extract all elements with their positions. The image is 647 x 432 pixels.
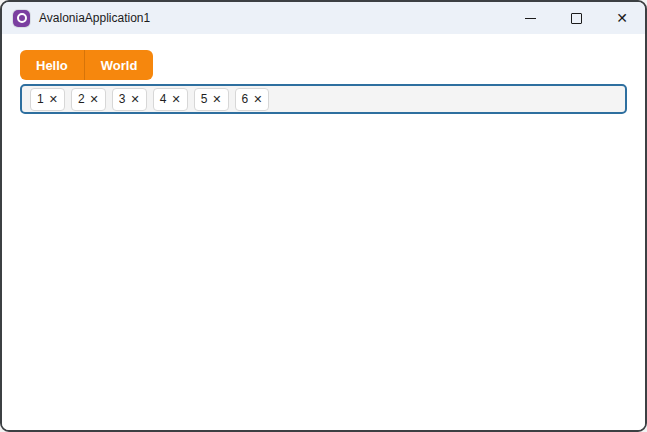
chips-input-box[interactable]: 1 ✕ 2 ✕ 3 ✕ 4 ✕ 5 ✕ 6 ✕ xyxy=(20,84,627,114)
minimize-icon xyxy=(525,18,536,19)
chip-label: 2 xyxy=(78,93,85,105)
titlebar[interactable]: AvaloniaApplication1 ✕ xyxy=(2,2,645,34)
window-content: Hello World 1 ✕ 2 ✕ 3 ✕ 4 ✕ 5 ✕ xyxy=(2,34,645,430)
caption-buttons: ✕ xyxy=(507,2,645,34)
app-window: AvaloniaApplication1 ✕ Hello World 1 ✕ 2 xyxy=(0,0,647,432)
close-icon: ✕ xyxy=(616,11,628,25)
tabstrip: Hello World xyxy=(20,50,153,80)
chip-remove-icon[interactable]: ✕ xyxy=(49,94,58,105)
chip: 4 ✕ xyxy=(153,88,188,111)
minimize-button[interactable] xyxy=(507,2,553,34)
chip-remove-icon[interactable]: ✕ xyxy=(253,94,262,105)
chip-remove-icon[interactable]: ✕ xyxy=(212,94,221,105)
maximize-button[interactable] xyxy=(553,2,599,34)
chip-remove-icon[interactable]: ✕ xyxy=(131,94,140,105)
chip-label: 3 xyxy=(119,93,126,105)
chip: 3 ✕ xyxy=(112,88,147,111)
chip-label: 5 xyxy=(201,93,208,105)
chip-remove-icon[interactable]: ✕ xyxy=(90,94,99,105)
chip: 2 ✕ xyxy=(71,88,106,111)
chip-label: 1 xyxy=(37,93,44,105)
window-title: AvaloniaApplication1 xyxy=(39,11,150,25)
chip-remove-icon[interactable]: ✕ xyxy=(171,94,180,105)
avalonia-logo-icon xyxy=(13,10,30,27)
chip: 5 ✕ xyxy=(194,88,229,111)
chip: 1 ✕ xyxy=(30,88,65,111)
maximize-icon xyxy=(571,13,582,24)
chip: 6 ✕ xyxy=(235,88,270,111)
chip-label: 4 xyxy=(160,93,167,105)
tab-world[interactable]: World xyxy=(84,50,154,80)
close-button[interactable]: ✕ xyxy=(599,2,645,34)
chip-label: 6 xyxy=(242,93,249,105)
tab-hello[interactable]: Hello xyxy=(20,50,84,80)
